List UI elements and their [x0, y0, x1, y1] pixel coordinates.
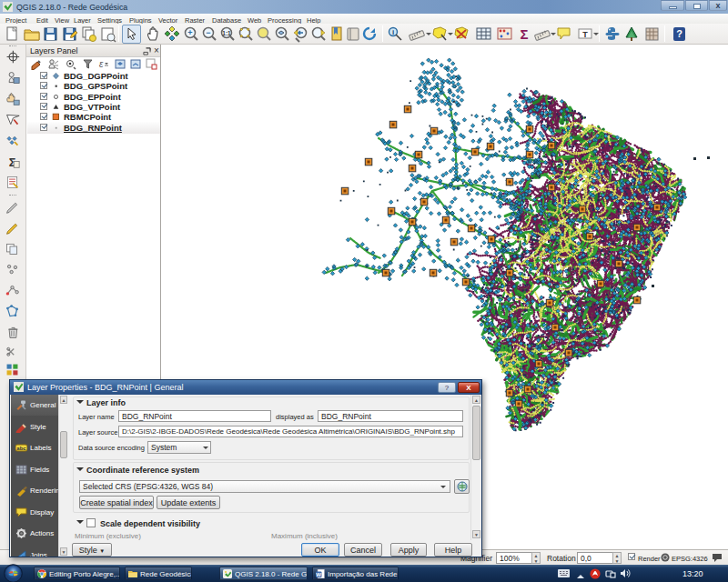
svg-text:?: ? [676, 28, 682, 39]
svg-text:T: T [582, 30, 588, 39]
svg-text:+: + [187, 28, 192, 37]
svg-text:abc: abc [16, 446, 26, 451]
svg-text:i: i [392, 28, 394, 36]
svg-text:ε: ε [99, 59, 104, 69]
svg-text:−: − [206, 28, 210, 37]
svg-text:W: W [316, 572, 321, 577]
svg-text:1:1: 1:1 [222, 30, 231, 36]
svg-text:Σ: Σ [520, 26, 528, 42]
